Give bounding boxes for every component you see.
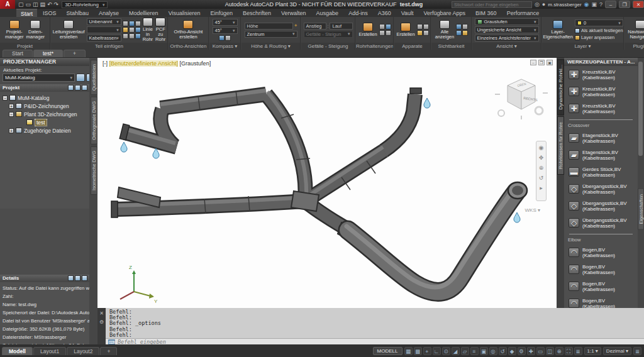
close-button[interactable]: ✕ (633, 1, 644, 8)
model-space-button[interactable]: MODELL (373, 347, 402, 355)
search-input[interactable] (452, 1, 532, 8)
tree-row-pid[interactable]: + P&ID-Zeichnungen (9, 102, 89, 110)
tree-row-test[interactable]: test (26, 118, 89, 126)
ribbon-tab[interactable]: Vault (397, 9, 418, 17)
ribbon-tab[interactable]: A360 (374, 9, 396, 17)
wks-control[interactable]: WKS ▾ (525, 207, 540, 213)
visual-style-combo[interactable]: Graustufen▾ (475, 18, 539, 25)
layer-eigenschaften-button[interactable]: Layer- Eigenschaften (542, 20, 574, 40)
palette-item-bogen[interactable]: ◠ Bogen,BV (Kabeltrassen) (564, 261, 638, 278)
layout-tab[interactable]: Layout1 (33, 347, 66, 355)
fullnav-wheel-icon[interactable]: ◉ (539, 145, 544, 151)
collapse-icon[interactable] (82, 85, 87, 91)
layout-tab[interactable]: Layout2 (67, 347, 99, 355)
dynamic-input-icon[interactable]: ⌖ (423, 347, 431, 355)
ribbon-tab[interactable]: Modellieren (125, 9, 163, 17)
kabeltrassen-combo[interactable]: Kabeltrassen▾ (87, 35, 121, 41)
panel-title[interactable]: Ortho-Ansichten (169, 43, 208, 50)
palette-item-crossover[interactable]: ▰ Etagenstück,BV (Kabeltrassen) (564, 146, 638, 163)
save-icon[interactable]: ◫ (33, 1, 38, 8)
redo-icon[interactable]: ↷ (54, 1, 59, 8)
ribbon-tab[interactable]: Add-ins (344, 9, 372, 17)
palette-item-crossover[interactable]: ▬ Gerdes Stück,BV (Kabeltrassen) (564, 163, 638, 180)
close-command-icon[interactable]: ✕ (99, 310, 104, 316)
snap-mode-icon[interactable]: ▩ (414, 347, 422, 355)
teiltyp-combo[interactable]: ▾ (87, 26, 121, 33)
ribbon-tab[interactable]: Ausgabe (312, 9, 343, 17)
transparency-icon[interactable]: ▣ (480, 347, 488, 355)
anstieg-field[interactable]: Anstieg (304, 23, 326, 30)
tree-row-plant3d[interactable]: − Plant 3D-Zeichnungen (9, 110, 89, 118)
apparat-erstellen-button[interactable]: Erstellen (396, 23, 415, 37)
annotation-scale-dropdown[interactable]: 1:1 ▾ (584, 347, 601, 355)
minimize-button[interactable]: – (605, 1, 616, 8)
viewport-menu-control[interactable]: [-] (103, 60, 108, 67)
tab-orthogonale-dwg[interactable]: Orthogonale DWG (91, 97, 97, 145)
command-tools-icon[interactable]: ⚙ (99, 319, 104, 325)
tab-isometrische-dwg[interactable]: Isometrische DWG (91, 146, 97, 195)
panel-title[interactable]: Plugin (625, 43, 644, 50)
expander-icon[interactable]: − (3, 96, 8, 101)
details-collapse-icon[interactable] (82, 275, 87, 281)
viewport-controls[interactable]: [-] [Benutzerdefinierte Ansicht] [Graust… (103, 60, 211, 67)
a360-icon[interactable]: ◉ (584, 1, 589, 8)
details-tool-icon[interactable] (68, 275, 74, 281)
navisworks-button[interactable]: Navisworks Navigator (627, 20, 644, 40)
viewport-window-buttons[interactable]: – ❐ ▣ (530, 60, 553, 65)
alle-anzeigen-button[interactable]: Alle anzeigen (435, 20, 455, 40)
apparate-tools-grid[interactable] (417, 24, 429, 36)
ortho-mode-icon[interactable]: ∟ (433, 347, 441, 355)
projektmanager-button[interactable]: Projekt- manager (4, 20, 25, 40)
palette-item-kreuzstueck[interactable]: ✚ Kreuzstück,BV (Kabeltrassen) (564, 100, 638, 117)
pcf-zu-rohr-button[interactable]: PCF zu Rohr (155, 18, 166, 42)
dynamic-ucs-icon[interactable]: ◆ (508, 347, 516, 355)
tree-row-related[interactable]: + Zugehörige Dateien (9, 126, 89, 135)
palette-item-kreuzstueck[interactable]: ✚ Kreuzstück,BV (Kabeltrassen) (564, 83, 638, 100)
panel-title[interactable]: Rohrhalterungen (356, 43, 393, 50)
osnap-icon[interactable]: ◢ (452, 347, 460, 355)
lineweight-icon[interactable]: ≡ (470, 347, 479, 355)
project-manager-header[interactable]: PROJEKTMANAGER (0, 58, 97, 66)
3d-osnap-icon[interactable]: ↺ (499, 347, 507, 355)
restore-button[interactable]: ❐ (619, 1, 630, 8)
tree-row-root[interactable]: − MuM-Katalog (3, 94, 89, 102)
grid-icon[interactable]: ▦ (404, 347, 413, 355)
layer-combo[interactable]: 0▾ (575, 19, 623, 26)
view-control[interactable]: [Benutzerdefinierte Ansicht] (109, 60, 179, 67)
kompass-angle-2[interactable]: 45°▾ (213, 27, 238, 34)
annotation-monitor-icon[interactable]: ✚ (527, 347, 535, 355)
rohrhalterung-erstellen-button[interactable]: Erstellen (358, 23, 377, 37)
tab-rohrklassen[interactable]: Rohrklassen für Rohre (557, 116, 564, 175)
layout-tab[interactable]: + (100, 347, 117, 355)
palette-item-crossover[interactable]: ◇ Übergangsstück,BV (Kabeltrassen) (564, 197, 638, 214)
new-file-icon[interactable]: ▢ (18, 1, 24, 8)
cable-tray-model[interactable]: OBEN RECHTS Z Y (97, 58, 557, 308)
panel-title[interactable]: Apparate (394, 43, 430, 50)
zoom-icon[interactable]: ⊕ (539, 165, 544, 171)
tab-eigenschaften[interactable]: Eigenschaften (638, 189, 644, 230)
ribbon-tab[interactable]: Beschriften (238, 9, 275, 17)
autodesk-logo[interactable]: A (0, 0, 15, 9)
graphics-performance-icon[interactable]: ⊕ (555, 347, 564, 355)
workspace-gear-icon[interactable]: ⚙ (518, 347, 526, 355)
ribbon-tab[interactable]: Start (16, 9, 37, 17)
file-tab[interactable]: test* (33, 50, 63, 57)
panel-title[interactable]: Teil einfügen (51, 43, 167, 50)
leitungsnummer-combo[interactable]: Unbenannt▾ (87, 18, 121, 25)
units-dropdown[interactable]: Dezimal ▾ (603, 347, 631, 355)
showmotion-icon[interactable]: ▸ (540, 185, 543, 191)
file-tab[interactable]: Start (3, 50, 33, 57)
isolate-objects-icon[interactable]: ◫ (546, 347, 554, 355)
ortho-ansicht-button[interactable]: Ortho-Ansicht erstellen (174, 20, 204, 40)
ribbon-tab[interactable]: Visualisieren (164, 9, 205, 17)
visual-style-control[interactable]: [Graustufen] (180, 60, 211, 67)
teil-tools-grid[interactable] (123, 21, 141, 39)
viewport-config-combo[interactable]: Einzelnes Ansichtsfenster▾ (475, 35, 539, 41)
als-aktuell-festlegen-button[interactable]: Als aktuell festlegen (575, 28, 623, 33)
panel-title[interactable]: Layer ▾ (542, 43, 623, 50)
palette-item-kreuzstueck[interactable]: ✚ Kreuzstück,BV (Kabeltrassen) (564, 66, 638, 83)
ribbon-tab[interactable]: Einfügen (206, 9, 238, 17)
selection-cycling-icon[interactable]: ◎ (489, 347, 497, 355)
datenmanager-button[interactable]: Daten- manager (26, 20, 46, 40)
undo-icon[interactable]: ↶ (47, 1, 52, 8)
